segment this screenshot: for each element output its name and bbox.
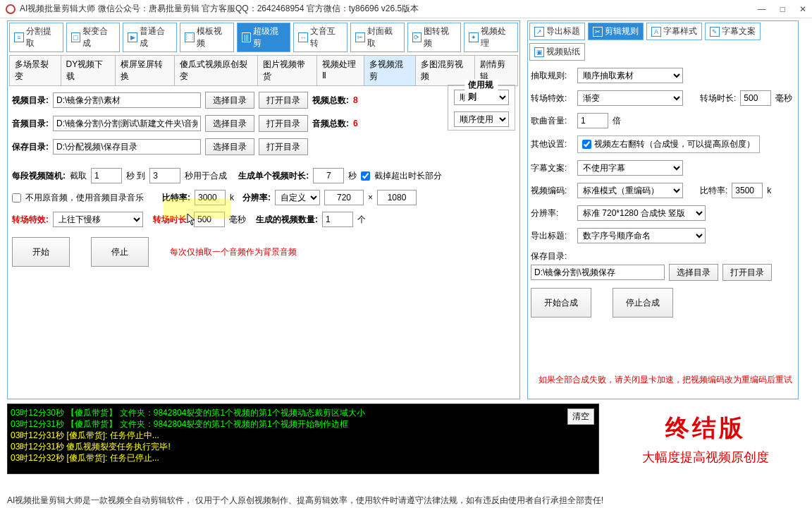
subtab-图片视频带货[interactable]: 图片视频带货 [258, 56, 317, 85]
audio-dir-select[interactable]: 选择目录 [205, 115, 254, 132]
video-total-value: 8 [353, 95, 358, 105]
tab-icon: ↔ [298, 32, 308, 42]
r-hint: 如果全部合成失败，请关闭显卡加速，把视频编码改为重编码后重试 [531, 374, 795, 386]
tab-封面截取[interactable]: ✂封面截取 [350, 23, 405, 52]
seg-from[interactable] [91, 168, 122, 183]
rtab-视频贴纸[interactable]: ▣视频贴纸 [529, 43, 585, 61]
audio-dir-input[interactable] [53, 116, 201, 131]
tab-icon: ⟳ [412, 32, 422, 42]
subtab-多视频混剪[interactable]: 多视频混剪 [364, 56, 416, 85]
r-sub-select[interactable]: 不使用字幕 [577, 160, 683, 176]
subtab-傻瓜式视频原创裂变[interactable]: 傻瓜式视频原创裂变 [175, 56, 259, 85]
trunc-label: 截掉超出时长部分 [374, 170, 442, 182]
gen-count-input[interactable] [322, 212, 353, 227]
rtab-icon: ✎ [710, 27, 720, 37]
log-line: 03时12分30秒 【傻瓜带货】 文件夹：9842804裂变的第1个视频的第1个… [11, 407, 596, 418]
rtab-字幕文案[interactable]: ✎字幕文案 [705, 23, 761, 40]
gen-one-input[interactable] [313, 168, 344, 183]
subtab-视频处理Ⅱ[interactable]: 视频处理Ⅱ [317, 56, 364, 85]
rule-select-2[interactable]: 顺序使用 [454, 111, 509, 127]
r-vol-label: 歌曲音量: [531, 115, 573, 127]
use-rule-group: 使用规则 顺序使用 顺序使用 [448, 85, 515, 131]
tab-普通合成[interactable]: ▶普通合成 [123, 23, 177, 52]
r-pick-select[interactable]: 顺序抽取素材 [577, 68, 683, 83]
trans-dur-input[interactable] [194, 212, 225, 227]
tab-icon: ✦ [469, 32, 479, 42]
cut-label: 截取 [70, 170, 87, 182]
log-line: 03时12分31秒 【傻瓜带货】 文件夹：9842804裂变的第1个视频的第1个… [11, 418, 596, 430]
video-dir-input[interactable] [53, 92, 201, 108]
res-select[interactable]: 自定义 [275, 190, 320, 205]
r-enc-select[interactable]: 标准模式（重编码） [577, 183, 683, 198]
tab-超级混剪[interactable]: |||超级混剪 [237, 23, 291, 52]
log-console: 清空 03时12分30秒 【傻瓜带货】 文件夹：9842804裂变的第1个视频的… [7, 404, 599, 474]
tab-文音互转[interactable]: ↔文音互转 [293, 23, 347, 52]
tab-icon: ≡ [14, 32, 24, 42]
tab-分割提取[interactable]: ≡分割提取 [9, 23, 63, 52]
save-dir-label: 保存目录: [12, 141, 49, 153]
video-dir-select[interactable]: 选择目录 [205, 92, 254, 109]
r-exp-label: 导出标题: [531, 230, 573, 242]
r-res-select[interactable]: 标准 720*1280 合成快 竖版 [577, 205, 706, 221]
log-line: 03时12分32秒 [傻瓜带货]: 任务已停止... [11, 452, 596, 464]
stop-button[interactable]: 停止 [91, 237, 149, 267]
max-button[interactable]: □ [780, 4, 785, 14]
tab-图转视频[interactable]: ⟳图转视频 [407, 23, 462, 52]
r-bitrate-input[interactable] [732, 183, 763, 198]
rtab-导出标题[interactable]: ↗导出标题 [529, 23, 585, 40]
left-panel: ≡分割提取▢裂变合成▶普通合成⋮⋮模板视频|||超级混剪↔文音互转✂封面截取⟳图… [7, 20, 520, 399]
gen-count-label: 生成的视频数量: [256, 214, 318, 226]
audio-dir-open[interactable]: 打开目录 [259, 115, 308, 132]
tab-裂变合成[interactable]: ▢裂变合成 [66, 23, 121, 52]
audio-total-value: 6 [353, 119, 358, 128]
bitrate-input[interactable] [195, 190, 226, 205]
noorig-check[interactable] [12, 193, 21, 202]
video-dir-open[interactable]: 打开目录 [259, 92, 308, 109]
tab-icon: ||| [242, 32, 252, 42]
r-exp-select[interactable]: 数字序号顺序命名 [577, 228, 706, 243]
r-k: k [767, 186, 771, 195]
title-text: AI视频批量剪辑大师 微信公众号：唐易批量剪辑 官方客服QQ：264246895… [20, 3, 758, 15]
r-other-label: 其他设置: [531, 138, 573, 150]
r-start-button[interactable]: 开始合成 [531, 288, 591, 318]
res-w[interactable] [324, 190, 364, 205]
r-stop-button[interactable]: 停止合成 [613, 288, 673, 318]
r-sub-label: 字幕文案: [531, 162, 573, 174]
min-button[interactable]: — [758, 4, 766, 14]
r-save-input[interactable] [531, 265, 665, 280]
left-tabs: ≡分割提取▢裂变合成▶普通合成⋮⋮模板视频|||超级混剪↔文音互转✂封面截取⟳图… [9, 23, 518, 52]
gen-one-label: 生成单个视频时长: [238, 170, 309, 182]
r-trans-dur-input[interactable] [740, 90, 771, 106]
use-rule-title: 使用规则 [465, 79, 498, 103]
titlebar: AI视频批量剪辑大师 微信公众号：唐易批量剪辑 官方客服QQ：264246895… [0, 0, 812, 18]
save-dir-select[interactable]: 选择目录 [205, 138, 254, 155]
save-dir-open[interactable]: 打开目录 [259, 138, 308, 155]
r-vol-input[interactable] [577, 113, 608, 128]
r-bitrate-label: 比特率: [700, 185, 727, 197]
brand: 终结版 大幅度提高视频原创度 [606, 404, 805, 474]
subtab-横屏竖屏转换[interactable]: 横屏竖屏转换 [116, 56, 175, 85]
seg-to[interactable] [149, 168, 180, 183]
trans-label: 转场特效: [12, 214, 49, 226]
res-h[interactable] [377, 190, 417, 205]
save-dir-input[interactable] [53, 139, 201, 155]
tab-模板视频[interactable]: ⋮⋮模板视频 [180, 23, 234, 52]
close-button[interactable]: ✕ [799, 4, 806, 14]
tab-视频处理[interactable]: ✦视频处理 [464, 23, 518, 52]
subtab-DY视频下载[interactable]: DY视频下载 [61, 56, 116, 85]
r-flip-check[interactable] [582, 140, 591, 149]
tab-icon: ✂ [355, 32, 365, 42]
brand-sub: 大幅度提高视频原创度 [642, 449, 769, 466]
start-button[interactable]: 开始 [12, 237, 70, 267]
clear-log-button[interactable]: 清空 [567, 409, 594, 425]
r-trans-select[interactable]: 渐变 [577, 90, 683, 106]
r-save-select[interactable]: 选择目录 [669, 264, 718, 281]
trans-select[interactable]: 上往下慢移 [53, 212, 143, 227]
subtab-多场景裂变[interactable]: 多场景裂变 [10, 56, 61, 85]
r-trans-dur-label: 转场时长: [700, 92, 736, 104]
r-save-open[interactable]: 打开目录 [722, 264, 772, 281]
trunc-check[interactable] [361, 171, 370, 181]
audio-dir-label: 音频目录: [12, 118, 49, 130]
rtab-剪辑规则[interactable]: ✂剪辑规则 [588, 23, 644, 40]
rtab-字幕样式[interactable]: A字幕样式 [646, 23, 702, 40]
